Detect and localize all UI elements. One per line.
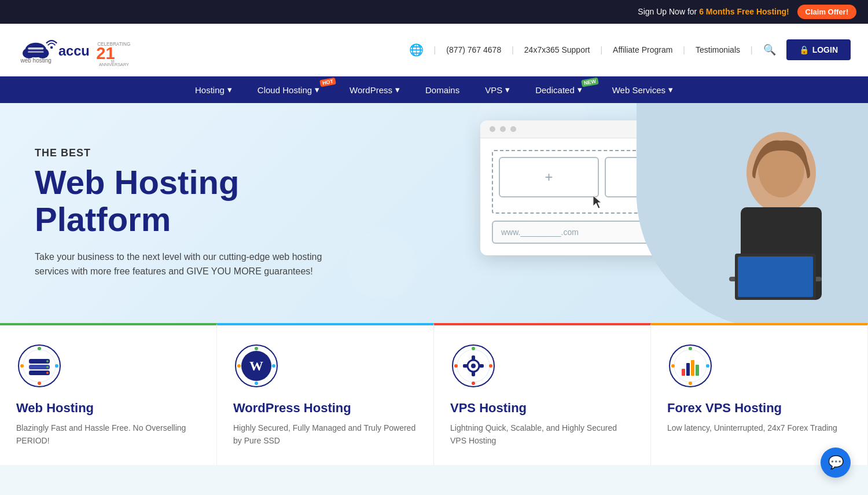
service-card-forex: Forex VPS Hosting Low latency, Uninterru… xyxy=(651,323,868,465)
hero-illustration xyxy=(637,103,868,323)
svg-point-37 xyxy=(237,364,241,368)
chevron-down-icon: ▾ xyxy=(505,85,510,95)
main-navigation: Hosting ▾ Cloud Hosting ▾ HOT WordPress … xyxy=(0,76,868,103)
hot-badge: HOT xyxy=(319,78,336,87)
nav-item-domains[interactable]: Domains xyxy=(413,77,472,103)
top-banner: Sign Up Now for 6 Months Free Hosting! C… xyxy=(0,0,868,24)
logo-area: accu web hosting CELEBRATING 21 st ANNIV… xyxy=(17,30,133,70)
hero-description: Take your business to the next level wit… xyxy=(35,250,336,279)
support-link[interactable]: 24x7x365 Support xyxy=(524,45,590,54)
nav-label-vps: VPS xyxy=(485,85,502,95)
globe-icon[interactable]: 🌐 xyxy=(409,43,424,57)
login-button[interactable]: 🔒 LOGIN xyxy=(786,39,851,60)
new-badge: NEW xyxy=(581,78,599,87)
cursor-icon xyxy=(593,196,605,210)
svg-point-29 xyxy=(38,382,41,385)
svg-rect-55 xyxy=(696,365,699,376)
nav-label-wordpress: WordPress xyxy=(350,85,392,95)
svg-text:web hosting: web hosting xyxy=(20,57,51,64)
nav-label-web-services: Web Services xyxy=(612,85,665,95)
service-card-wordpress: W WordPress Hosting Highly Secured, Full… xyxy=(217,323,434,465)
svg-rect-3 xyxy=(28,47,43,50)
hero-subtitle: THE BEST xyxy=(35,147,434,159)
svg-text:W: W xyxy=(249,358,263,373)
wordpress-icon: W xyxy=(233,343,279,389)
svg-text:accu: accu xyxy=(58,43,90,58)
affiliate-link[interactable]: Affiliate Program xyxy=(613,45,672,54)
service-title-forex: Forex VPS Hosting xyxy=(667,401,851,416)
claim-offer-button[interactable]: Claim Offer! xyxy=(797,5,856,19)
service-desc-web-hosting: Blazingly Fast and Hassle Free. No Overs… xyxy=(16,421,200,448)
svg-rect-18 xyxy=(738,256,813,297)
svg-point-48 xyxy=(472,382,475,385)
svg-point-26 xyxy=(46,372,49,374)
svg-point-35 xyxy=(272,364,275,368)
nav-item-hosting[interactable]: Hosting ▾ xyxy=(182,76,245,103)
svg-rect-45 xyxy=(479,364,484,368)
svg-point-56 xyxy=(689,347,692,350)
svg-point-58 xyxy=(689,382,692,385)
chevron-down-icon: ▾ xyxy=(578,85,582,95)
svg-point-5 xyxy=(50,46,53,49)
testimonials-link[interactable]: Testimonials xyxy=(696,45,740,54)
svg-point-36 xyxy=(255,382,258,385)
hero-title: Web Hosting Platform xyxy=(35,164,434,238)
hero-title-line1: Web Hosting xyxy=(35,163,239,201)
hero-image xyxy=(637,103,868,323)
svg-point-27 xyxy=(38,347,41,350)
nav-label-hosting: Hosting xyxy=(195,85,225,95)
service-desc-forex: Low latency, Uninterrupted, 24x7 Forex T… xyxy=(667,421,851,434)
svg-rect-54 xyxy=(691,360,694,376)
nav-item-dedicated[interactable]: Dedicated ▾ NEW xyxy=(523,76,599,103)
hero-content: THE BEST Web Hosting Platform Take your … xyxy=(0,118,469,308)
svg-rect-42 xyxy=(472,355,475,360)
svg-point-41 xyxy=(471,364,476,368)
browser-box-1: + xyxy=(499,157,599,197)
vps-icon xyxy=(450,343,496,389)
nav-item-web-services[interactable]: Web Services ▾ xyxy=(599,76,686,103)
browser-dot-3 xyxy=(510,126,516,132)
service-title-wordpress: WordPress Hosting xyxy=(233,401,417,416)
svg-point-59 xyxy=(671,364,675,368)
services-section: Web Hosting Blazingly Fast and Hassle Fr… xyxy=(0,323,868,465)
hero-visual: + + www._________.com xyxy=(469,103,868,323)
svg-rect-43 xyxy=(472,372,475,376)
svg-rect-52 xyxy=(682,369,685,376)
header-nav: 🌐 | (877) 767 4678 | 24x7x365 Support | … xyxy=(409,39,851,60)
chevron-down-icon: ▾ xyxy=(227,85,232,95)
svg-rect-4 xyxy=(28,51,43,53)
service-card-vps: VPS Hosting Lightning Quick, Scalable, a… xyxy=(434,323,651,465)
web-hosting-icon xyxy=(16,343,62,389)
svg-point-57 xyxy=(706,364,709,368)
svg-rect-53 xyxy=(686,363,690,376)
hero-section: THE BEST Web Hosting Platform Take your … xyxy=(0,103,868,323)
banner-text: Sign Up Now for xyxy=(638,7,699,16)
banner-highlight: 6 Months Free Hosting! xyxy=(699,7,789,16)
search-button[interactable]: 🔍 xyxy=(763,43,776,56)
svg-point-34 xyxy=(255,347,258,350)
svg-point-49 xyxy=(454,364,458,368)
service-desc-wordpress: Highly Secured, Fully Managed and Truly … xyxy=(233,421,417,448)
service-title-vps: VPS Hosting xyxy=(450,401,634,416)
svg-point-25 xyxy=(46,366,49,368)
svg-rect-44 xyxy=(463,364,468,368)
chevron-down-icon: ▾ xyxy=(395,85,400,95)
nav-item-vps[interactable]: VPS ▾ xyxy=(472,76,523,103)
svg-point-28 xyxy=(55,364,58,368)
service-title-web-hosting: Web Hosting xyxy=(16,401,200,416)
site-header: accu web hosting CELEBRATING 21 st ANNIV… xyxy=(0,24,868,76)
lock-icon: 🔒 xyxy=(799,45,809,54)
nav-label-dedicated: Dedicated xyxy=(535,85,575,95)
forex-icon xyxy=(667,343,713,389)
svg-point-47 xyxy=(489,364,492,368)
site-logo: accu web hosting CELEBRATING 21 st ANNIV… xyxy=(17,30,133,70)
phone-number[interactable]: (877) 767 4678 xyxy=(446,45,501,54)
svg-point-51 xyxy=(674,350,707,382)
service-desc-vps: Lightning Quick, Scalable, and Highly Se… xyxy=(450,421,634,448)
nav-label-cloud-hosting: Cloud Hosting xyxy=(258,85,312,95)
browser-dot-1 xyxy=(490,126,495,132)
svg-text:ANNIVERSARY: ANNIVERSARY xyxy=(99,62,129,67)
nav-item-wordpress[interactable]: WordPress ▾ xyxy=(337,76,413,103)
nav-item-cloud-hosting[interactable]: Cloud Hosting ▾ HOT xyxy=(245,76,337,103)
chevron-down-icon: ▾ xyxy=(668,85,673,95)
